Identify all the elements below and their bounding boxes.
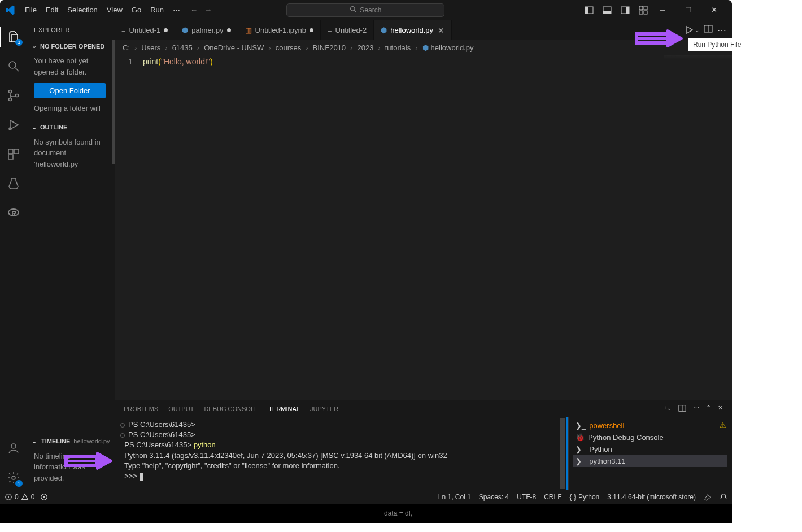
timeline-file-label: helloworld.py: [73, 438, 110, 444]
menu-selection[interactable]: Selection: [63, 3, 102, 16]
search-icon: [350, 6, 356, 14]
close-window-button[interactable]: ✕: [701, 0, 727, 20]
tab-untitled-1[interactable]: ≡ Untitled-1: [115, 20, 175, 40]
tab-untitled-2[interactable]: ≡ Untitled-2: [321, 20, 374, 40]
customize-layout-icon[interactable]: [637, 4, 650, 16]
menu-more-icon[interactable]: ⋯: [168, 3, 185, 16]
svg-rect-7: [626, 7, 629, 14]
menu-edit[interactable]: Edit: [41, 3, 63, 16]
run-tooltip: Run Python File: [688, 38, 746, 51]
activity-explorer[interactable]: 3: [0, 24, 27, 49]
terminal-item-python-debug[interactable]: 🐞 Python Debug Console: [573, 431, 727, 443]
menu-view[interactable]: View: [102, 3, 127, 16]
activity-r[interactable]: [0, 200, 27, 225]
svg-rect-3: [585, 7, 588, 14]
panel-tab-output[interactable]: OUTPUT: [168, 403, 194, 415]
explorer-badge: 3: [15, 39, 23, 46]
svg-point-21: [8, 209, 19, 216]
annotation-arrow-icon: [634, 23, 685, 54]
panel-tab-debug-console[interactable]: DEBUG CONSOLE: [204, 403, 258, 415]
tab-untitled-ipynb[interactable]: ▥ Untitled-1.ipynb: [238, 20, 321, 40]
activity-run-debug[interactable]: [0, 112, 27, 137]
code-editor[interactable]: 1 print("Hello, world!"): [115, 55, 732, 400]
minimap[interactable]: [664, 55, 732, 400]
maximize-button[interactable]: ☐: [675, 0, 701, 20]
close-panel-icon[interactable]: ✕: [718, 404, 723, 413]
layout-sidebar-left-icon[interactable]: [583, 4, 595, 16]
status-line-col[interactable]: Ln 1, Col 1: [438, 493, 471, 501]
sidebar-more-icon[interactable]: ⋯: [102, 26, 108, 33]
menu-run[interactable]: Run: [146, 3, 168, 16]
text-file-icon: ≡: [121, 26, 126, 34]
split-editor-icon[interactable]: [704, 24, 713, 36]
nav-forward-icon[interactable]: →: [204, 6, 212, 14]
panel-tab-problems[interactable]: PROBLEMS: [124, 403, 158, 415]
editor-more-icon[interactable]: ⋯: [717, 25, 726, 36]
activity-settings[interactable]: 1: [0, 465, 27, 490]
open-folder-hint: Opening a folder will: [34, 103, 106, 114]
terminal-scrollbar[interactable]: [559, 417, 566, 490]
svg-rect-18: [8, 149, 13, 154]
terminal-item-python[interactable]: ❯_ Python: [573, 443, 727, 455]
svg-rect-5: [603, 11, 611, 14]
menu-file[interactable]: File: [20, 3, 41, 16]
svg-rect-8: [639, 6, 643, 10]
activity-source-control[interactable]: [0, 83, 27, 108]
line-number: 1: [115, 56, 133, 67]
python-file-icon: ⬢: [182, 26, 188, 34]
terminal-item-powershell[interactable]: ❯_ powershell: [573, 420, 727, 431]
status-errors[interactable]: 0 0: [5, 493, 34, 501]
vscode-logo-icon: [5, 5, 16, 16]
warning-icon[interactable]: ⚠: [720, 421, 726, 429]
status-notifications-icon[interactable]: [720, 493, 727, 501]
tab-helloworld-py[interactable]: ⬢ helloworld.py ✕: [374, 20, 452, 40]
terminal-output[interactable]: PS C:\Users\61435> PS C:\Users\61435> PS…: [115, 417, 559, 490]
chevron-down-icon[interactable]: ⌄: [695, 27, 699, 33]
activity-testing[interactable]: [0, 171, 27, 196]
debug-icon: 🐞: [576, 433, 585, 442]
close-tab-icon[interactable]: ✕: [438, 26, 444, 35]
activity-accounts[interactable]: [0, 436, 27, 461]
search-input[interactable]: Search: [286, 3, 444, 17]
section-no-folder[interactable]: ⌄NO FOLDER OPENED: [27, 40, 112, 52]
svg-rect-10: [639, 11, 643, 14]
status-language[interactable]: { } Python: [570, 493, 600, 501]
activity-extensions[interactable]: [0, 142, 27, 167]
section-outline[interactable]: ⌄OUTLINE: [27, 121, 112, 133]
search-placeholder: Search: [360, 6, 381, 14]
notebook-file-icon: ▥: [245, 26, 252, 34]
modified-dot-icon: [227, 28, 231, 32]
panel-tab-terminal[interactable]: TERMINAL: [268, 403, 300, 415]
terminal-item-python311[interactable]: ❯_ python3.11: [573, 455, 727, 467]
python-file-icon: ⬢: [381, 26, 387, 34]
panel-tab-jupyter[interactable]: JUPYTER: [310, 403, 338, 415]
terminal-icon: ❯_: [576, 445, 586, 453]
background-window-strip: data = df,: [0, 504, 732, 523]
status-eol[interactable]: CRLF: [544, 493, 561, 501]
status-interpreter[interactable]: 3.11.4 64-bit (microsoft store): [607, 493, 696, 501]
panel-more-icon[interactable]: ⋯: [693, 404, 699, 413]
svg-point-12: [9, 62, 16, 68]
svg-line-1: [355, 10, 356, 12]
layout-sidebar-right-icon[interactable]: [619, 4, 631, 16]
modified-dot-icon: [164, 28, 168, 32]
svg-point-32: [43, 496, 46, 498]
open-folder-button[interactable]: Open Folder: [34, 83, 106, 98]
status-feedback-icon[interactable]: [704, 493, 712, 501]
layout-panel-icon[interactable]: [601, 4, 613, 16]
split-terminal-icon[interactable]: [678, 404, 686, 413]
status-live-share[interactable]: [40, 493, 48, 501]
activity-search[interactable]: [0, 54, 27, 79]
maximize-panel-icon[interactable]: ⌃: [706, 404, 711, 413]
minimize-button[interactable]: ─: [650, 0, 675, 20]
tab-palmer-py[interactable]: ⬢ palmer.py: [175, 20, 238, 40]
new-terminal-icon[interactable]: +⌄: [664, 404, 672, 413]
svg-point-23: [12, 476, 15, 479]
status-encoding[interactable]: UTF-8: [517, 493, 536, 501]
nav-back-icon[interactable]: ←: [190, 6, 198, 14]
menu-go[interactable]: Go: [127, 3, 146, 16]
terminal-cursor: [140, 473, 143, 481]
status-spaces[interactable]: Spaces: 4: [479, 493, 509, 501]
text-file-icon: ≡: [328, 26, 332, 34]
run-button[interactable]: ⌄: [685, 25, 699, 34]
